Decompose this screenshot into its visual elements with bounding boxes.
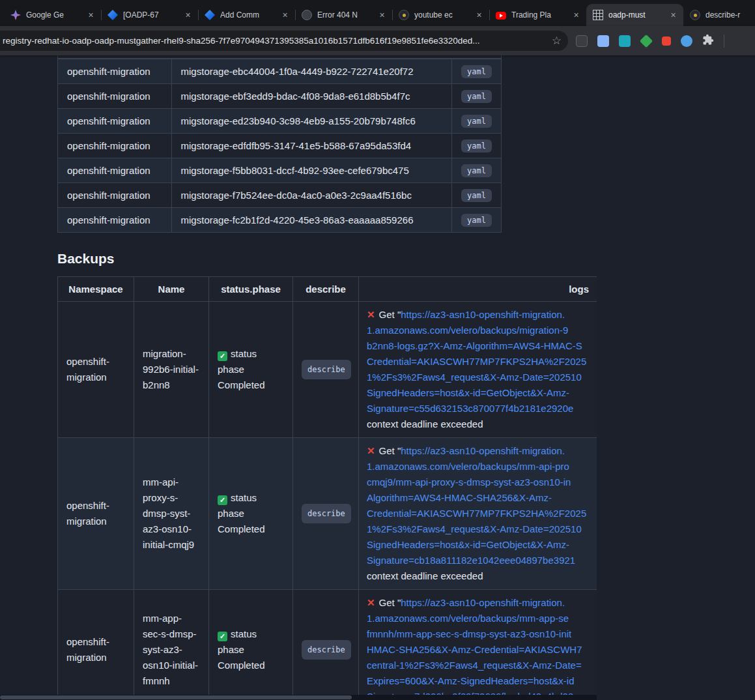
namespace-cell: openshift-migration [58, 590, 134, 700]
describe-link[interactable]: describe [302, 360, 351, 379]
table-row: openshift-migration mm-app-sec-s-dmsp-sy… [58, 590, 597, 700]
yaml-link[interactable]: yaml [461, 189, 492, 202]
jira-icon [107, 10, 118, 20]
log-url-link[interactable]: 1.amazonaws.com/velero/backups/mm-app-se [367, 613, 569, 624]
yaml-link[interactable]: yaml [461, 139, 492, 153]
logs-cell: ✕Get "https://az3-asn10-openshift-migrat… [359, 590, 597, 700]
logs-cell: ✕Get "https://az3-asn10-openshift-migrat… [359, 438, 597, 590]
status-cell: ✓status phase Completed [209, 590, 293, 700]
log-url-link[interactable]: HMAC-SHA256&X-Amz-Credential=AKIASCWH7 [367, 644, 582, 655]
yaml-link[interactable]: yaml [461, 90, 492, 103]
describe-link[interactable]: describe [302, 640, 351, 660]
check-icon: ✓ [218, 632, 227, 641]
browser-toolbar: registry-redhat-io-oadp-oadp-mustgather-… [0, 26, 755, 55]
extension-icon-1[interactable] [576, 35, 588, 47]
describe-cell: describe [293, 590, 359, 700]
log-url-link[interactable]: 1.amazonaws.com/velero/backups/migration… [367, 325, 568, 336]
extension-icon-6[interactable] [681, 35, 692, 47]
error-cross-icon: ✕ [367, 309, 375, 320]
backups-heading: Backups [57, 251, 597, 267]
url-text: registry-redhat-io-oadp-oadp-mustgather-… [3, 36, 547, 46]
namespace-cell: openshift-migration [58, 438, 134, 590]
log-url-link[interactable]: Algorithm=AWS4-HMAC-SHA256&X-Amz- [367, 492, 552, 503]
tab-title: [OADP-67 [123, 10, 182, 20]
horizontal-scrollbar-thumb[interactable] [0, 695, 352, 699]
extension-icon-2[interactable] [597, 35, 609, 47]
gemini-icon [10, 10, 21, 20]
log-url-link[interactable]: Signature=cb18a811182e1042eee04897be3921 [367, 555, 575, 566]
log-url-link[interactable]: Expires=600&X-Amz-SignedHeaders=host&x-i… [367, 675, 575, 686]
namespace-cell: openshift-migration [58, 84, 172, 109]
table-row: openshift-migration migstorage-f7b524ee-… [58, 183, 502, 208]
action-cell: yaml [452, 109, 502, 134]
log-prefix: Get " [379, 445, 401, 456]
tab-close-icon[interactable]: × [668, 10, 679, 21]
bookmark-star-icon[interactable]: ☆ [552, 34, 562, 48]
namespace-cell: openshift-migration [58, 59, 172, 84]
col-header-name: Name [134, 277, 209, 302]
migstorage-table: openshift-migration migstorage-ebc44004-… [57, 59, 502, 233]
browser-window: Google Ge × [OADP-67 × Add Comm × Error … [0, 0, 755, 700]
log-url-link[interactable]: https://az3-asn10-openshift-migration. [401, 597, 565, 608]
name-cell: migstorage-f5bb8031-dccf-4b92-93ee-cefe6… [171, 158, 452, 183]
log-url-link[interactable]: Credential=AKIASCWH77MP7FKPS2HA%2F2025 [367, 356, 586, 367]
table-row: openshift-migration migstorage-ebc44004-… [58, 59, 502, 84]
extensions-puzzle-icon[interactable] [702, 34, 714, 48]
action-cell: yaml [452, 84, 502, 109]
log-url-link[interactable]: https://az3-asn10-openshift-migration. [401, 309, 565, 320]
extension-icon-3[interactable] [619, 35, 631, 47]
log-prefix: Get " [379, 309, 401, 320]
log-url-link[interactable]: central-1%2Fs3%2Faws4_request&X-Amz-Date… [367, 660, 582, 671]
namespace-cell: openshift-migration [58, 134, 172, 158]
log-url-link[interactable]: fmnnh/mm-app-sec-s-dmsp-syst-az3-osn10-i… [367, 628, 571, 639]
name-cell: migstorage-edfdfb95-3147-41e5-b588-67a95… [171, 134, 452, 158]
yaml-link[interactable]: yaml [461, 115, 492, 128]
extension-icon-4[interactable] [640, 34, 653, 47]
namespace-cell: openshift-migration [58, 183, 172, 208]
tab-add-comment[interactable]: Add Comm × [198, 4, 295, 26]
horizontal-scrollbar[interactable] [0, 695, 597, 700]
log-url-link[interactable]: SignedHeaders=host&x-id=GetObject&X-Amz- [367, 539, 569, 550]
name-cell: mm-api-proxy-s-dmsp-syst-az3-osn10-initi… [134, 438, 209, 590]
tab-close-icon[interactable]: × [182, 10, 193, 21]
log-url-link[interactable]: Signature=c55d632153c870077f4b2181e2920e [367, 403, 573, 414]
tab-close-icon[interactable]: × [571, 10, 582, 21]
log-url-link[interactable]: https://az3-asn10-openshift-migration. [401, 445, 565, 456]
table-row: openshift-migration migration-992b6-init… [58, 302, 597, 438]
namespace-cell: openshift-migration [58, 158, 172, 183]
backups-table: Namespace Name status.phase describe log… [57, 276, 597, 700]
yaml-link[interactable]: yaml [461, 214, 492, 227]
tab-close-icon[interactable]: × [279, 10, 291, 21]
tab-error-404[interactable]: Error 404 N × [295, 4, 392, 26]
log-url-link[interactable]: 1%2Fs3%2Faws4_request&X-Amz-Date=202510 [367, 372, 582, 383]
log-url-link[interactable]: 1.amazonaws.com/velero/backups/mm-api-pr… [367, 461, 569, 472]
tab-trading-playlist[interactable]: Trading Pla × [489, 4, 586, 26]
action-cell: yaml [452, 208, 502, 233]
name-cell: migstorage-f7b524ee-dc0a-4ac0-a0e3-2c9aa… [171, 183, 452, 208]
address-bar[interactable]: registry-redhat-io-oadp-oadp-mustgather-… [0, 31, 568, 51]
describe-cell: describe [293, 302, 359, 438]
yaml-link[interactable]: yaml [461, 164, 492, 177]
log-url-link[interactable]: 1%2Fs3%2Faws4_request&X-Amz-Date=202510 [367, 523, 582, 534]
log-url-link[interactable]: Credential=AKIASCWH77MP7FKPS2HA%2F2025 [367, 508, 586, 519]
namespace-cell: openshift-migration [58, 109, 172, 134]
tab-close-icon[interactable]: × [377, 10, 388, 21]
tab-google-gemini[interactable]: Google Ge × [4, 4, 101, 26]
tab-oadp-jira[interactable]: [OADP-67 × [101, 4, 198, 26]
action-cell: yaml [452, 59, 502, 84]
tab-close-icon[interactable]: × [474, 10, 485, 21]
tab-title: Error 404 N [317, 10, 377, 20]
log-url-link[interactable]: SignedHeaders=host&x-id=GetObject&X-Amz- [367, 387, 569, 398]
tab-oadp-mustgather-active[interactable]: oadp-must × [586, 4, 683, 26]
tab-title: youtube ec [414, 10, 474, 20]
tab-close-icon[interactable]: × [85, 10, 96, 21]
yaml-link[interactable]: yaml [461, 65, 492, 78]
tab-title: Google Ge [26, 10, 85, 20]
log-url-link[interactable]: b2nn8-logs.gz?X-Amz-Algorithm=AWS4-HMAC-… [367, 340, 582, 351]
describe-link[interactable]: describe [302, 504, 351, 523]
extension-icon-5[interactable] [662, 36, 671, 46]
log-url-link[interactable]: cmqj9/mm-api-proxy-s-dmsp-syst-az3-osn10… [367, 476, 571, 488]
tab-youtube-ec[interactable]: youtube ec × [392, 4, 489, 26]
name-cell: migstorage-ed23b940-3c98-4eb9-a155-20b79… [171, 109, 452, 134]
tab-describe-r[interactable]: describe-r × [683, 4, 755, 26]
